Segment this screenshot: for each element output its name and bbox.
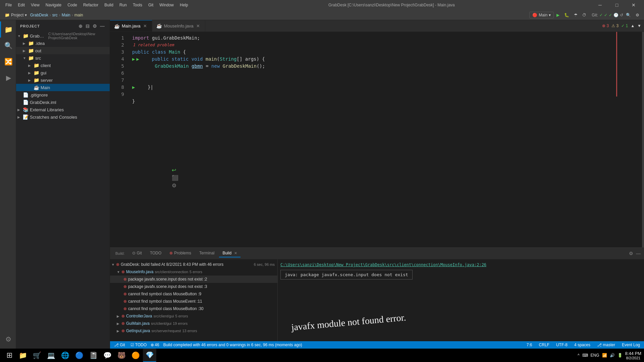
activity-git[interactable]: 🔀 — [0, 54, 16, 70]
bottom-minimize-icon[interactable]: — — [635, 250, 641, 257]
build-tab-close[interactable]: ✕ — [234, 251, 237, 255]
taskbar-keyboard-icon[interactable]: ⌨ — [582, 353, 588, 358]
build-getinput[interactable]: ▶ ⊗ GetInput.java src/server/request 13 … — [110, 327, 277, 335]
tree-item-external-libs[interactable]: ▶ 📚 External Libraries — [16, 106, 110, 113]
menu-refactor[interactable]: Refactor — [80, 2, 101, 8]
close-button[interactable]: ✕ — [626, 0, 641, 10]
build-err-4[interactable]: ⊗ cannot find symbol class MouseButton :… — [110, 305, 277, 312]
taskbar-store[interactable]: 🛒 — [30, 349, 44, 362]
editor-content[interactable]: 1 2 3 4 5 6 7 8 9 import gui.GrabDeskMai… — [110, 32, 644, 247]
bottom-settings-icon[interactable]: ⚙ — [628, 250, 634, 257]
tree-item-client[interactable]: ▶ 📁 client — [16, 62, 110, 69]
config-dropdown[interactable]: 🔴 Main ▾ — [529, 12, 554, 18]
toolbar-project[interactable]: 📁 Project ▾ — [3, 12, 29, 18]
settings-button[interactable]: ⚙ — [634, 12, 641, 18]
event-log-button[interactable]: Event Log — [621, 343, 641, 347]
tab-build[interactable]: Build ✕ — [219, 249, 240, 257]
breadcrumb-item-0[interactable]: GrabDesk — [30, 13, 48, 17]
sidebar-sync-icon[interactable]: ⊕ — [78, 23, 84, 29]
taskbar-chrome[interactable]: 🔵 — [72, 349, 86, 362]
status-indent[interactable]: 4 spaces — [573, 343, 592, 347]
tree-item-src[interactable]: ▼ 📁 src — [16, 54, 110, 62]
sidebar-collapse-icon[interactable]: ⊟ — [85, 23, 91, 29]
breadcrumb-item-3[interactable]: main — [74, 13, 83, 17]
sidebar-minimize-icon[interactable]: — — [99, 23, 106, 29]
tree-item-server[interactable]: ▶ 📁 server — [16, 76, 110, 84]
taskbar-start-button[interactable]: ⊞ — [3, 349, 16, 362]
minimap-scrollbar[interactable] — [642, 32, 644, 247]
taskbar-app1[interactable]: 🐻 — [115, 349, 128, 362]
run-arrow-3b[interactable]: ▶ — [136, 56, 139, 63]
minimize-button[interactable]: ─ — [592, 0, 608, 10]
build-root-error[interactable]: ▼ ⊗ GrabDesk: build failed At 8/2/2021 8… — [110, 261, 277, 268]
taskbar-time[interactable]: 8:44 PM 8/2/2021 — [625, 351, 641, 360]
debug-button[interactable]: 🐛 — [562, 12, 571, 18]
status-branch[interactable]: ⎇ master — [596, 343, 616, 347]
taskbar-chevron-icon[interactable]: ^ — [578, 353, 580, 358]
breadcrumb-item-2[interactable]: Main — [62, 13, 70, 17]
tree-item-grabdesk[interactable]: ▼ 📁 GrabDesk C:\Users\sanzi\Desktop\New … — [16, 32, 110, 40]
menu-window[interactable]: Window — [157, 2, 176, 8]
status-todo-indicator[interactable]: ☑ TODO — [129, 343, 148, 347]
tree-item-out[interactable]: ▶ 📁 out — [16, 47, 110, 54]
menu-file[interactable]: File — [3, 2, 14, 8]
taskbar-vs[interactable]: 💻 — [44, 349, 58, 362]
code-area[interactable]: import gui.GrabDeskMain; 1 related probl… — [127, 32, 617, 247]
status-error-count[interactable]: ⊗ 46 — [151, 343, 159, 347]
build-err-1[interactable]: ⊗ package javafx.scene.input does not ex… — [110, 283, 277, 290]
editor-up-icon[interactable]: ▲ — [631, 23, 635, 28]
coverage-button[interactable]: ☂ — [572, 12, 580, 18]
tree-item-gui[interactable]: ▶ 📁 gui — [16, 69, 110, 76]
menu-view[interactable]: View — [28, 2, 42, 8]
tab-problems[interactable]: ⊗ Problems — [166, 249, 195, 257]
error-link[interactable]: C:\Users\sanzi\Desktop\New Project\GrabD… — [280, 262, 641, 267]
taskbar-edge[interactable]: 🌐 — [58, 349, 72, 362]
tab-mouseinfo-java[interactable]: ☕ MouseInfo.java ✕ — [152, 20, 205, 32]
tab-todo[interactable]: TODO — [147, 249, 165, 257]
menu-tools[interactable]: Tools — [130, 2, 145, 8]
tree-item-iml[interactable]: 📄 GrabDesk.iml — [16, 99, 110, 106]
activity-settings[interactable]: ⚙ — [0, 331, 16, 347]
taskbar-lang-indicator[interactable]: ENG — [591, 353, 599, 358]
taskbar-volume-icon[interactable]: 🔊 — [610, 353, 615, 358]
tab-close-mouseinfo[interactable]: ✕ — [196, 23, 201, 28]
tree-item-idea[interactable]: ▶ 📁 .idea — [16, 40, 110, 47]
menu-git[interactable]: Git — [146, 2, 156, 8]
editor-down-icon[interactable]: ▼ — [637, 23, 641, 28]
tree-item-gitignore[interactable]: 📄 .gitignore — [16, 91, 110, 99]
build-err-3[interactable]: ⊗ cannot find symbol class MouseEvent :1… — [110, 298, 277, 305]
maximize-button[interactable]: □ — [609, 0, 625, 10]
taskbar-wifi-icon[interactable]: 📶 — [602, 353, 607, 358]
profile-button[interactable]: ⏱ — [580, 12, 588, 18]
status-git-branch[interactable]: ⎇ Git — [113, 343, 126, 347]
build-err-2[interactable]: ⊗ cannot find symbol class MouseButton :… — [110, 290, 277, 298]
taskbar-battery-icon[interactable]: 🔋 — [618, 353, 623, 358]
menu-help[interactable]: Help — [177, 2, 191, 8]
sidebar-settings-icon[interactable]: ⚙ — [92, 23, 98, 29]
activity-find[interactable]: 🔍 — [0, 38, 16, 54]
tab-main-java[interactable]: ☕ Main.java ✕ — [110, 20, 152, 32]
menu-run[interactable]: Run — [117, 2, 129, 8]
taskbar-onenote[interactable]: 📓 — [87, 349, 100, 362]
breadcrumb-item-1[interactable]: src — [52, 13, 58, 17]
tree-item-scratches[interactable]: ▶ 📝 Scratches and Consoles — [16, 113, 110, 121]
menu-code[interactable]: Code — [65, 2, 80, 8]
taskbar-intellij[interactable]: 💎 — [143, 349, 156, 362]
build-mouseinfo[interactable]: ▼ ⊗ MouseInfo.java src/client/connection… — [110, 268, 277, 276]
status-encoding[interactable]: UTF-8 — [555, 343, 569, 347]
taskbar-app2[interactable]: 🟠 — [129, 349, 142, 362]
activity-run[interactable]: ▶ — [0, 70, 16, 86]
run-arrow-3[interactable]: ▶ — [132, 56, 135, 63]
build-err-0[interactable]: ⊗ package javafx.scene.input does not ex… — [110, 276, 277, 283]
taskbar-whatsapp[interactable]: 💬 — [101, 349, 114, 362]
tab-git[interactable]: ⊙ Git — [129, 249, 145, 257]
menu-build[interactable]: Build — [102, 2, 116, 8]
error-link-text[interactable]: C:\Users\sanzi\Desktop\New Project\GrabD… — [280, 262, 486, 267]
taskbar-files[interactable]: 📁 — [16, 349, 30, 362]
status-crlf[interactable]: CRLF — [538, 343, 551, 347]
build-controller[interactable]: ▶ ⊗ ControllerJava src/client/gui 5 erro… — [110, 312, 277, 320]
search-button[interactable]: 🔍 — [624, 12, 633, 18]
tab-terminal[interactable]: Terminal — [196, 249, 218, 257]
status-position[interactable]: 7:6 — [525, 343, 534, 347]
activity-project[interactable]: 📁 — [0, 21, 16, 38]
